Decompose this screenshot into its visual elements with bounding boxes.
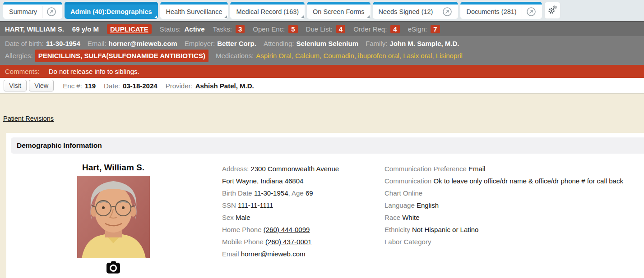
esign-count-badge[interactable]: 7 <box>431 25 440 33</box>
status-field: Status: Active <box>160 25 205 33</box>
encounter-bar: Visit View Enc #: 119 Date: 03-18-2024 P… <box>0 78 644 94</box>
patient-email-link[interactable]: horner@mieweb.com <box>241 250 306 258</box>
demographic-panel: Demographic Information Hart, William S. <box>6 133 644 278</box>
comments-text: Do not release info to siblings. <box>49 68 139 75</box>
tab-on-screen-forms[interactable]: On Screen Forms <box>307 2 370 19</box>
view-button[interactable]: View <box>29 80 54 91</box>
patient-revisions-link[interactable]: Patient Revisions <box>3 115 54 122</box>
popout-arrow-icon[interactable] <box>46 7 56 17</box>
tab-needs-signed[interactable]: Needs Signed (12) <box>373 2 459 19</box>
mobile-phone-link[interactable]: (260) 437-0001 <box>265 238 312 246</box>
patient-banner: HART, WILLIAM S. 69 y/o M DUPLICATE Stat… <box>0 21 644 36</box>
tab-label: Medical Record (163) <box>236 8 299 15</box>
details-line-1: Date of birth: 11-30-1954 Email: horner@… <box>5 38 639 50</box>
mobile-phone-field: Mobile Phone (260) 437-0001 <box>222 236 374 248</box>
patient-age-sex: 69 y/o M <box>72 25 99 33</box>
panel-body: Hart, William S. <box>6 158 644 275</box>
attending-field: Attending: Selenium Selenium <box>264 38 358 50</box>
communication-preference-field: Communication Preference Email <box>385 163 644 175</box>
status-value: Active <box>184 25 204 33</box>
tasks-count-badge[interactable]: 3 <box>236 25 245 33</box>
duplicate-badge[interactable]: DUPLICATE <box>107 24 152 34</box>
communication-field: Communication Ok to leave only office/dr… <box>385 175 644 187</box>
medications-list[interactable]: Aspirin Oral, Calcium, Coumadin, ibuprof… <box>256 50 463 62</box>
family-field: Family: John M. Sample, M.D. <box>366 38 459 50</box>
tab-label: On Screen Forms <box>313 8 364 15</box>
status-label: Status: <box>160 25 181 33</box>
patient-details-banner: Date of birth: 11-30-1954 Email: horner@… <box>0 36 644 65</box>
tab-summary[interactable]: Summary <box>3 2 62 19</box>
order-req-count-badge[interactable]: 4 <box>390 25 399 33</box>
dob-field: Date of birth: 11-30-1954 <box>5 38 80 50</box>
due-list-counter[interactable]: Due List: 4 <box>306 25 346 33</box>
tab-medical-record[interactable]: Medical Record (163) <box>230 2 305 19</box>
tasks-counter[interactable]: Tasks: 3 <box>213 25 245 33</box>
comments-banner: Comments: Do not release info to sibling… <box>0 65 644 78</box>
chart-tab-bar: Summary Admin (40):Demographics Health S… <box>0 0 644 21</box>
visit-button[interactable]: Visit <box>4 80 27 91</box>
panel-title: Demographic Information <box>11 137 644 154</box>
tab-health-surveillance[interactable]: Health Surveillance <box>160 2 228 19</box>
demographics-right-column: Communication Preference Email Communica… <box>385 163 644 248</box>
home-phone-link[interactable]: (260) 444-0099 <box>264 226 310 233</box>
tab-label: Documents (281) <box>466 8 516 15</box>
allergies-badge[interactable]: PENICILLINS, SULFA(SULFONAMIDE ANTIBIOTI… <box>35 50 208 62</box>
order-req-counter[interactable]: Order Req: 4 <box>353 25 400 33</box>
email-field: Email horner@mieweb.com <box>222 248 374 260</box>
enc-number-field: Enc #: 119 <box>63 82 96 90</box>
sex-field: Sex Male <box>222 211 374 223</box>
tab-documents[interactable]: Documents (281) <box>460 2 542 19</box>
comments-label: Comments: <box>5 68 40 75</box>
popout-arrow-icon[interactable] <box>526 7 536 17</box>
tab-label: Summary <box>9 8 37 15</box>
address-line2: Fort Wayne, Indiana 46804 <box>222 175 374 187</box>
tab-divider <box>438 6 438 18</box>
patient-photo <box>77 176 150 258</box>
address-field: Address: 2300 Commonwealth Avenue <box>222 163 374 175</box>
tab-divider <box>42 6 42 18</box>
birth-date-field: Birth Date 11-30-1954, Age 69 <box>222 187 374 199</box>
race-field: Race White <box>385 211 644 223</box>
patient-photo-column: Hart, William S. <box>66 163 161 275</box>
open-enc-count-badge[interactable]: 5 <box>288 25 297 33</box>
tab-label: Admin (40):Demographics <box>70 8 152 15</box>
chart-online-field: Chart Online <box>385 187 644 199</box>
due-list-count-badge[interactable]: 4 <box>336 25 345 33</box>
tab-label: Health Surveillance <box>166 8 222 15</box>
details-line-2: Allergies: PENICILLINS, SULFA(SULFONAMID… <box>5 50 639 62</box>
home-phone-field: Home Phone (260) 444-0099 <box>222 223 374 236</box>
open-enc-counter[interactable]: Open Enc: 5 <box>253 25 297 33</box>
ethnicity-field: Ethnicity Not Hispanic or Latino <box>385 223 644 236</box>
tab-admin-demographics[interactable]: Admin (40):Demographics <box>65 2 158 19</box>
enc-date-field: Date: 03-18-2024 <box>104 82 158 90</box>
patient-display-name: Hart, William S. <box>82 163 144 173</box>
email-field: Email: horner@mieweb.com <box>88 38 177 50</box>
tab-settings-button[interactable] <box>544 2 561 19</box>
tab-divider <box>522 6 522 18</box>
main-content: Patient Revisions Demographic Informatio… <box>0 94 644 278</box>
esign-counter[interactable]: eSign: 7 <box>408 25 440 33</box>
ssn-field: SSN 111-11-1111 <box>222 199 374 211</box>
demographics-left-column: Address: 2300 Commonwealth Avenue Fort W… <box>222 163 374 260</box>
medications-field: Medications: Aspirin Oral, Calcium, Coum… <box>216 50 463 62</box>
allergies-field: Allergies: PENICILLINS, SULFA(SULFONAMID… <box>5 50 208 62</box>
labor-category-field: Labor Category <box>385 236 644 248</box>
employer-field: Employer: Better Corp. <box>185 38 256 50</box>
language-field: Language English <box>385 199 644 211</box>
enc-provider-field: Provider: Ashish Patel, M.D. <box>166 82 254 90</box>
camera-icon[interactable] <box>107 261 120 275</box>
tab-label: Needs Signed (12) <box>379 8 433 15</box>
gears-icon <box>547 5 557 16</box>
patient-name: HART, WILLIAM S. <box>5 25 64 33</box>
popout-arrow-icon[interactable] <box>442 7 452 17</box>
